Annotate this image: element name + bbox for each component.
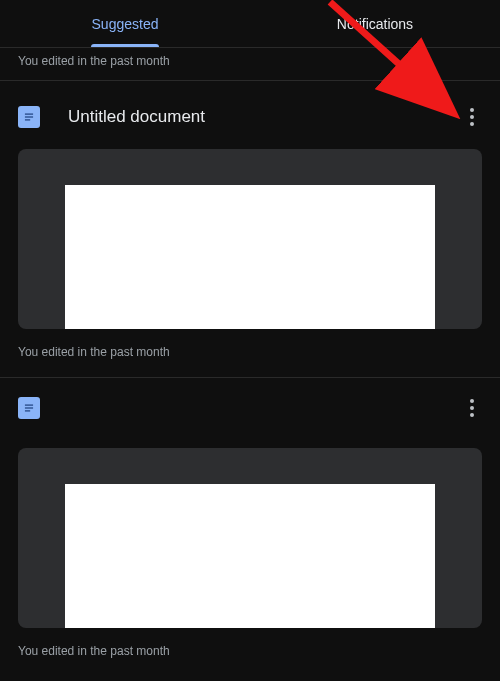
document-preview[interactable] bbox=[18, 448, 482, 628]
more-options-button[interactable] bbox=[454, 390, 490, 426]
preview-page bbox=[65, 484, 435, 628]
tab-notifications[interactable]: Notifications bbox=[250, 0, 500, 47]
tab-suggested-label: Suggested bbox=[92, 16, 159, 32]
document-meta: You edited in the past month bbox=[0, 628, 500, 676]
document-card[interactable]: Untitled document You edited in the past… bbox=[0, 81, 500, 377]
more-vertical-icon bbox=[470, 399, 474, 417]
preview-page bbox=[65, 185, 435, 329]
document-card[interactable]: You edited in the past month bbox=[0, 378, 500, 676]
document-title: Untitled document bbox=[68, 107, 454, 127]
more-vertical-icon bbox=[470, 108, 474, 126]
document-preview[interactable] bbox=[18, 149, 482, 329]
top-subtitle: You edited in the past month bbox=[0, 48, 500, 80]
document-meta: You edited in the past month bbox=[0, 329, 500, 377]
svg-rect-1 bbox=[25, 116, 33, 117]
document-header bbox=[0, 392, 500, 424]
svg-rect-4 bbox=[25, 407, 33, 408]
tab-suggested[interactable]: Suggested bbox=[0, 0, 250, 47]
svg-rect-2 bbox=[25, 119, 30, 120]
svg-rect-5 bbox=[25, 410, 30, 411]
document-header: Untitled document bbox=[0, 95, 500, 139]
svg-rect-3 bbox=[25, 405, 33, 406]
tab-notifications-label: Notifications bbox=[337, 16, 413, 32]
docs-icon bbox=[18, 397, 40, 419]
svg-rect-0 bbox=[25, 114, 33, 115]
tabs-bar: Suggested Notifications bbox=[0, 0, 500, 48]
more-options-button[interactable] bbox=[454, 99, 490, 135]
docs-icon bbox=[18, 106, 40, 128]
